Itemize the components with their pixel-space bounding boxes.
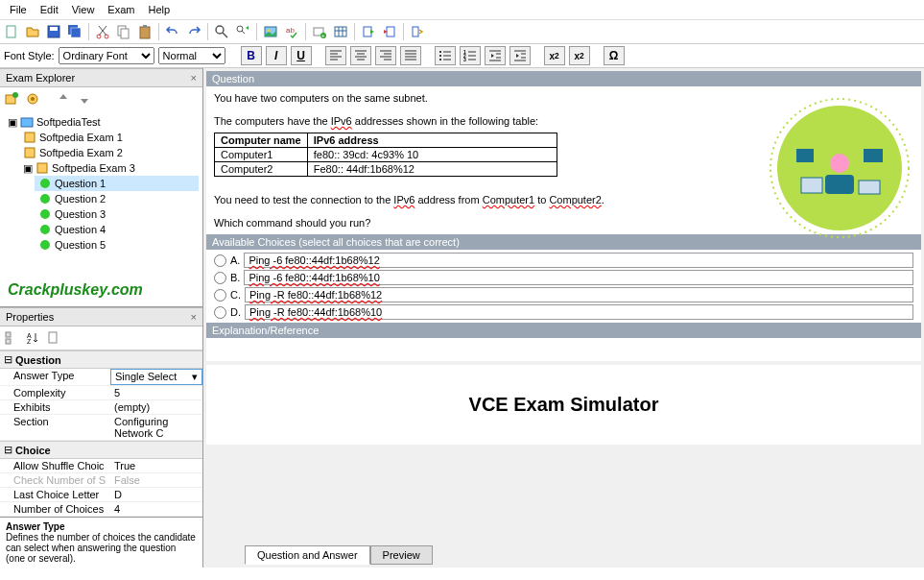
choice-text[interactable]: Ping -6 fe80::44df:1b68%10 <box>244 270 913 285</box>
find-button[interactable] <box>212 22 231 41</box>
menu-help[interactable]: Help <box>142 2 176 17</box>
exam-tree: ▣ SoftpediaTest Softpedia Exam 1 Softped… <box>0 110 202 274</box>
bullets-button[interactable] <box>435 46 456 65</box>
svg-rect-42 <box>6 332 11 337</box>
import-button[interactable] <box>380 22 399 41</box>
svg-rect-35 <box>25 148 35 157</box>
property-help: Answer Type Defines the number of choice… <box>0 517 202 568</box>
choice-radio[interactable] <box>214 272 226 284</box>
props-pages-button[interactable] <box>44 328 63 348</box>
tree-question-3[interactable]: Question 3 <box>35 206 199 222</box>
move-up-button[interactable] <box>54 89 73 109</box>
choice-radio[interactable] <box>214 289 226 302</box>
redo-button[interactable] <box>184 22 203 41</box>
underline-button[interactable]: U <box>291 46 312 65</box>
choice-radio[interactable] <box>214 306 226 319</box>
export-button[interactable] <box>359 22 378 41</box>
align-center-button[interactable] <box>350 46 371 65</box>
choice-radio[interactable] <box>214 254 226 267</box>
tree-question-1[interactable]: Question 1 <box>35 176 199 191</box>
choice-text[interactable]: Ping -6 fe80::44df:1b68%12 <box>244 253 913 268</box>
svg-text:ab: ab <box>286 26 295 35</box>
prop-section-question[interactable]: ⊟Question <box>0 350 202 369</box>
tree-label: Question 3 <box>55 208 106 220</box>
tree-label: Question 2 <box>55 193 106 205</box>
close-explorer-button[interactable]: × <box>191 72 197 84</box>
add-exam-button[interactable] <box>2 89 21 109</box>
tree-question-4[interactable]: Question 4 <box>35 222 199 237</box>
bold-button[interactable]: B <box>241 46 262 65</box>
svg-text:Z: Z <box>27 338 32 345</box>
save-all-button[interactable] <box>65 22 84 41</box>
prop-check-number: Check Number of SFalse <box>0 473 202 488</box>
exam-icon <box>23 146 36 159</box>
replace-button[interactable] <box>233 22 252 41</box>
prop-num-choices[interactable]: Number of Choices4 <box>0 502 202 517</box>
prop-allow-shuffle[interactable]: Allow Shuffle ChoicTrue <box>0 459 202 473</box>
undo-button[interactable] <box>163 22 182 41</box>
choice-c[interactable]: C.Ping -R fe80::44df:1b68%12 <box>208 286 919 303</box>
menu-exam[interactable]: Exam <box>102 2 140 17</box>
new-button[interactable] <box>2 22 21 41</box>
align-justify-button[interactable] <box>400 46 421 65</box>
paste-button[interactable] <box>135 22 154 41</box>
choice-b[interactable]: B.Ping -6 fe80::44df:1b68%10 <box>208 269 919 286</box>
exam-settings-button[interactable] <box>23 89 42 109</box>
explanation-body[interactable] <box>206 338 921 361</box>
prop-last-letter[interactable]: Last Choice LetterD <box>0 488 202 502</box>
indent-button[interactable] <box>509 46 531 65</box>
tab-question-answer[interactable]: Question and Answer <box>245 545 370 565</box>
svg-point-25 <box>439 59 441 60</box>
choice-d[interactable]: D.Ping -R fe80::44df:1b68%10 <box>208 303 919 321</box>
subscript-button[interactable]: x2 <box>569 46 590 65</box>
sort-button[interactable]: AZ <box>23 328 42 348</box>
prop-exhibits[interactable]: Exhibits(empty) <box>0 400 202 415</box>
tab-preview[interactable]: Preview <box>370 545 433 565</box>
prop-complexity[interactable]: Complexity5 <box>0 386 202 400</box>
close-properties-button[interactable]: × <box>191 311 197 323</box>
superscript-button[interactable]: x2 <box>544 46 565 65</box>
choice-a[interactable]: A.Ping -6 fe80::44df:1b68%12 <box>208 252 919 269</box>
choice-text[interactable]: Ping -R fe80::44df:1b68%12 <box>245 287 913 302</box>
outdent-button[interactable] <box>485 46 506 65</box>
open-button[interactable] <box>23 22 42 41</box>
svg-rect-10 <box>143 25 147 28</box>
align-left-button[interactable] <box>325 46 346 65</box>
cut-button[interactable] <box>93 22 112 41</box>
tree-exam-2[interactable]: Softpedia Exam 2 <box>19 145 199 160</box>
settings-button[interactable] <box>408 22 427 41</box>
copy-button[interactable] <box>114 22 133 41</box>
svg-text:+: + <box>321 33 325 38</box>
font-size-select[interactable]: Normal <box>158 47 225 64</box>
move-down-button[interactable] <box>75 89 94 109</box>
question-icon <box>38 207 52 221</box>
prop-section-choice[interactable]: ⊟Choice <box>0 441 202 459</box>
menu-file[interactable]: File <box>4 2 33 17</box>
tree-question-2[interactable]: Question 2 <box>35 191 199 206</box>
svg-point-24 <box>439 55 441 57</box>
prop-answer-type[interactable]: Answer TypeSingle Select ▾ <box>0 369 202 386</box>
tree-root[interactable]: ▣ SoftpediaTest <box>4 114 199 130</box>
align-right-button[interactable] <box>375 46 396 65</box>
add-item-button[interactable]: + <box>310 22 329 41</box>
menu-view[interactable]: View <box>66 2 101 17</box>
svg-point-39 <box>40 209 50 219</box>
save-button[interactable] <box>44 22 63 41</box>
tree-label: Question 1 <box>55 178 106 189</box>
question-body[interactable]: You have two computers on the same subne… <box>206 86 921 234</box>
font-style-select[interactable]: Ordinary Font <box>59 47 154 64</box>
tree-exam-1[interactable]: Softpedia Exam 1 <box>19 130 199 145</box>
image-button[interactable] <box>261 22 280 41</box>
choice-text[interactable]: Ping -R fe80::44df:1b68%10 <box>245 304 913 320</box>
symbol-button[interactable]: Ω <box>604 46 625 65</box>
tree-question-5[interactable]: Question 5 <box>35 237 199 253</box>
numbering-button[interactable]: 123 <box>460 46 481 65</box>
tree-exam-3[interactable]: ▣Softpedia Exam 3 <box>19 160 199 176</box>
menu-edit[interactable]: Edit <box>35 2 64 17</box>
italic-button[interactable]: I <box>266 46 287 65</box>
prop-section[interactable]: SectionConfiguring Network C <box>0 415 202 441</box>
spellcheck-button[interactable]: ab <box>282 22 301 41</box>
table-button[interactable] <box>331 22 350 41</box>
bottom-tabs: Question and Answer Preview <box>206 545 921 565</box>
categorize-button[interactable] <box>2 328 21 348</box>
